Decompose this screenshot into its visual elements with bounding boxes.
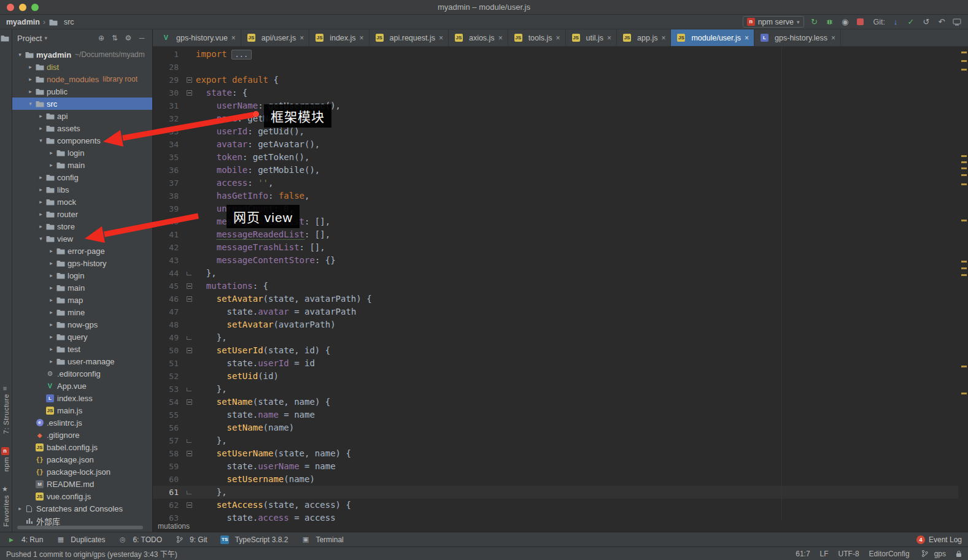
tree-item-dist[interactable]: ▸dist xyxy=(12,61,152,73)
project-view-dropdown[interactable]: Project xyxy=(17,34,42,43)
tree-item-components[interactable]: ▾components xyxy=(12,134,152,147)
tree-item-index.less[interactable]: Lindex.less xyxy=(12,392,152,404)
code-line-33[interactable]: 33 userId: getUid(), xyxy=(153,125,958,138)
editorconfig-indicator[interactable]: EditorConfig xyxy=(869,550,910,558)
close-tab-icon[interactable]: × xyxy=(300,34,304,42)
tree-item-user-manage[interactable]: ▸user-manage xyxy=(12,355,152,367)
tab-tools.js[interactable]: JStools.js× xyxy=(508,29,566,46)
line-number[interactable]: 48 xyxy=(153,318,182,331)
line-number[interactable]: 43 xyxy=(153,254,182,267)
line-number[interactable]: 55 xyxy=(153,408,182,421)
code-line-30[interactable]: 30 state: { xyxy=(153,86,958,99)
tree-item-app.vue[interactable]: VApp.vue xyxy=(12,380,152,392)
tab-index.js[interactable]: JSindex.js× xyxy=(309,29,369,46)
breadcrumb-project[interactable]: myadmin xyxy=(6,18,40,26)
fold-marker-icon[interactable] xyxy=(187,451,192,456)
tree-item-public[interactable]: ▸public xyxy=(12,85,152,98)
run-config-selector[interactable]: n npm serve ▾ xyxy=(743,16,804,28)
rollback-icon[interactable]: ↶ xyxy=(937,17,947,27)
line-number[interactable]: 51 xyxy=(153,357,182,370)
code-line-52[interactable]: 52 setUid(id) xyxy=(153,370,958,383)
tree-item-src[interactable]: ▾src xyxy=(12,98,152,110)
tree-item-mine[interactable]: ▸mine xyxy=(12,306,152,318)
line-number[interactable]: 47 xyxy=(153,305,182,318)
line-number[interactable]: 35 xyxy=(153,151,182,164)
debug-icon[interactable] xyxy=(825,17,835,27)
horizontal-scrollbar[interactable] xyxy=(17,526,143,529)
collapse-all-icon[interactable]: ⇅ xyxy=(109,34,120,42)
breadcrumb-src[interactable]: src xyxy=(64,18,74,26)
tab-gps-history.less[interactable]: Lgps-history.less× xyxy=(754,29,841,46)
tab-gps-history.vue[interactable]: Vgps-history.vue× xyxy=(156,29,241,46)
event-log-button[interactable]: Event Log xyxy=(929,535,962,544)
tree-item-node-modules[interactable]: ▸node_moduleslibrary root xyxy=(12,73,152,85)
rerun-icon[interactable]: ↻ xyxy=(810,17,819,27)
fold-end-icon[interactable] xyxy=(187,336,192,340)
tree-item-.editorconfig[interactable]: ⚙.editorconfig xyxy=(12,367,152,380)
code-line-51[interactable]: 51 state.userId = id xyxy=(153,357,958,370)
close-tab-icon[interactable]: × xyxy=(745,34,749,42)
tree-item-assets[interactable]: ▸assets xyxy=(12,122,152,134)
line-number[interactable]: 49 xyxy=(153,331,182,344)
tree-item-store[interactable]: ▸store xyxy=(12,220,152,232)
line-number[interactable]: 1 xyxy=(153,48,182,61)
line-number[interactable]: 62 xyxy=(153,499,182,512)
code-line-45[interactable]: 45 mutations: { xyxy=(153,280,958,293)
code-line-55[interactable]: 55 state.name = name xyxy=(153,408,958,421)
line-number[interactable]: 57 xyxy=(153,434,182,447)
fold-end-icon[interactable] xyxy=(187,272,192,275)
code-line-58[interactable]: 58 setUserName(state, name) { xyxy=(153,447,958,460)
tree-item-.gitignore[interactable]: ◆.gitignore xyxy=(12,429,152,441)
tree-item-main[interactable]: ▸main xyxy=(12,282,152,294)
fold-end-icon[interactable] xyxy=(187,388,192,391)
git-branch[interactable]: gps xyxy=(920,550,946,558)
tool-button-7-structure[interactable]: ≡7: Structure xyxy=(0,385,12,434)
code-line-41[interactable]: 41 messageReadedList: [], xyxy=(153,228,958,241)
coverage-icon[interactable]: ◉ xyxy=(840,17,850,27)
tool-button-npm[interactable]: nnpm xyxy=(0,447,12,472)
tool-button-favorites[interactable]: ★Favorites xyxy=(0,485,12,527)
editor-breadcrumbs[interactable]: mutations xyxy=(153,521,968,532)
line-number[interactable]: 50 xyxy=(153,344,182,357)
code-line-1[interactable]: 1import... xyxy=(153,48,958,61)
line-number[interactable]: 28 xyxy=(153,61,182,74)
settings-gear-icon[interactable]: ⚙ xyxy=(123,34,134,42)
update-project-icon[interactable]: ↓ xyxy=(891,17,900,27)
code-line-40[interactable]: 40 messageUnreadList: [], xyxy=(153,215,958,228)
tab-api-user.js[interactable]: JSapi/user.js× xyxy=(241,29,309,46)
code-line-38[interactable]: 38 hasGetInfo: false, xyxy=(153,190,958,202)
toolwindow-4-run[interactable]: ▶4: Run xyxy=(6,535,43,544)
close-tab-icon[interactable]: × xyxy=(360,34,364,42)
tree-item-config[interactable]: ▸config xyxy=(12,171,152,183)
toolwindow-9-git[interactable]: 9: Git xyxy=(174,535,207,544)
code-line-57[interactable]: 57 }, xyxy=(153,434,958,447)
close-tab-icon[interactable]: × xyxy=(439,34,443,42)
tree-item-main.js[interactable]: JSmain.js xyxy=(12,404,152,416)
history-icon[interactable]: ↺ xyxy=(921,17,931,27)
close-tab-icon[interactable]: × xyxy=(607,34,611,42)
code-line-47[interactable]: 47 state.avatar = avatarPath xyxy=(153,305,958,318)
toolwindow-typescript-3.8.2[interactable]: TSTypeScript 3.8.2 xyxy=(220,535,288,544)
tree-item-api[interactable]: ▸api xyxy=(12,110,152,122)
close-tab-icon[interactable]: × xyxy=(556,34,560,42)
line-number[interactable]: 46 xyxy=(153,293,182,305)
line-number[interactable]: 38 xyxy=(153,190,182,202)
line-number[interactable]: 63 xyxy=(153,512,182,521)
tree-item-now-gps[interactable]: ▸now-gps xyxy=(12,318,152,331)
line-number[interactable]: 37 xyxy=(153,177,182,190)
folded-region[interactable]: ... xyxy=(231,50,252,59)
code-line-32[interactable]: 32 name: getName(), xyxy=(153,112,958,125)
fold-marker-icon[interactable] xyxy=(187,77,192,83)
tab-module-user.js[interactable]: JSmodule/user.js× xyxy=(671,29,754,46)
code-line-29[interactable]: 29export default { xyxy=(153,74,958,86)
line-number[interactable]: 40 xyxy=(153,215,182,228)
tree-item-gps-history[interactable]: ▸gps-history xyxy=(12,257,152,269)
tree-item-map[interactable]: ▸map xyxy=(12,294,152,306)
code-line-36[interactable]: 36 mobile: getMobile(), xyxy=(153,164,958,177)
tree-item-readme.md[interactable]: MREADME.md xyxy=(12,478,152,490)
code-line-60[interactable]: 60 setUsername(name) xyxy=(153,473,958,486)
code-line-37[interactable]: 37 access: '', xyxy=(153,177,958,190)
line-number[interactable]: 32 xyxy=(153,112,182,125)
line-number[interactable]: 42 xyxy=(153,241,182,254)
minimize-window-button[interactable] xyxy=(19,4,26,11)
